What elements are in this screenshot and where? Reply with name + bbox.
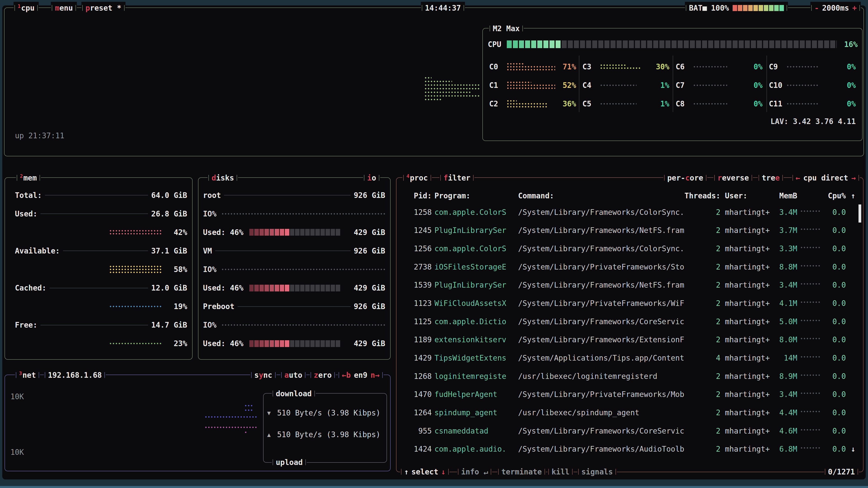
disk-name-row: root 926 GiB: [198, 186, 390, 204]
zero-button[interactable]: zero: [310, 369, 336, 381]
tab-cpu[interactable]: 1cpu: [13, 2, 39, 14]
process-command: /System/Library/Frameworks/AudioToolb: [518, 445, 684, 453]
process-cpu: 0.0: [822, 372, 846, 381]
tab-net[interactable]: 3net: [15, 369, 40, 381]
core-name: C3: [583, 62, 600, 71]
core-row: C7 0%: [673, 76, 766, 94]
filter-button[interactable]: filter: [439, 172, 474, 184]
core-row: C3 30%: [579, 57, 673, 76]
disk-list: root 926 GiB IO% Used: 46% 429 GiB VM: [198, 186, 390, 353]
memory-percent: 42%: [167, 228, 187, 237]
process-row[interactable]: 1424 com.apple.audio. /System/Library/Fr…: [400, 440, 860, 458]
process-threads: 2: [684, 208, 720, 217]
tab-mem[interactable]: 2mem: [16, 172, 41, 184]
process-row[interactable]: 1123 WiFiCloudAssetsX /System/Library/Pr…: [400, 294, 860, 313]
disk-entry: VM 926 GiB IO% Used: 46% 429 GiB: [198, 241, 390, 297]
sort-prev-button[interactable]: ←: [796, 173, 800, 182]
upload-speed: 510 Byte/s (3.98 Kibps): [277, 430, 380, 439]
battery-label: BAT: [689, 4, 703, 12]
process-row[interactable]: 1245 PlugInLibrarySer /System/Library/Fr…: [400, 221, 860, 240]
process-row[interactable]: 1539 PlugInLibrarySer /System/Library/Fr…: [400, 276, 860, 294]
core-percent: 52%: [555, 81, 576, 90]
select-control[interactable]: ↑ select ↓: [400, 466, 450, 478]
core-percent: 1%: [649, 81, 670, 90]
net-graph-dots: [245, 431, 248, 433]
process-row[interactable]: 1189 extensionkitserv /System/Library/Fr…: [400, 330, 860, 349]
process-row[interactable]: 1429 TipsWidgetExtens /System/Applicatio…: [400, 349, 860, 367]
process-counter: 0/1271: [824, 466, 859, 478]
disk-name: Preboot: [203, 302, 235, 311]
core-name: C4: [583, 81, 600, 90]
info-button[interactable]: info ↵: [457, 466, 492, 478]
process-pid: 1125: [400, 317, 432, 326]
net-graph-dots: [245, 410, 253, 411]
scroll-more-icon: ↓: [846, 445, 855, 453]
sync-button[interactable]: sync: [250, 369, 276, 381]
tree-button[interactable]: tree: [758, 172, 784, 184]
process-row[interactable]: 955 csnameddatad /System/Library/Framewo…: [400, 422, 860, 440]
leader-line: [238, 306, 350, 307]
memory-meter: [110, 266, 162, 273]
battery-icon: ■: [703, 4, 707, 12]
core-name: C1: [489, 81, 507, 90]
interval-decrease-button[interactable]: -: [814, 4, 819, 12]
process-mem: 6.8M: [771, 445, 797, 453]
process-cpu: 0.0: [822, 263, 846, 271]
memory-row: 19%: [5, 297, 192, 316]
core-name: C10: [769, 81, 787, 90]
signals-button[interactable]: signals: [577, 466, 617, 478]
process-command: /System/Library/PrivateFrameworks/Mob: [518, 390, 684, 399]
tab-disks[interactable]: disks: [208, 172, 238, 184]
process-row[interactable]: 1256 com.apple.ColorS /System/Library/Fr…: [400, 239, 860, 258]
process-row[interactable]: 1258 com.apple.ColorS /System/Library/Fr…: [400, 203, 860, 221]
prev-interface-button[interactable]: ←b: [342, 371, 351, 380]
kill-button[interactable]: kill: [548, 466, 574, 478]
auto-button[interactable]: auto: [280, 369, 306, 381]
process-cpu-graph: [797, 375, 822, 378]
per-core-button[interactable]: per-core: [663, 172, 707, 184]
process-row[interactable]: 2738 iOSFilesStorageE /System/Library/Pr…: [400, 258, 860, 276]
process-program: csnameddatad: [434, 427, 513, 435]
core-graph: [600, 99, 649, 108]
reverse-button[interactable]: reverse: [713, 172, 753, 184]
memory-meter: [110, 230, 162, 234]
select-up-icon[interactable]: ↑: [404, 467, 409, 476]
disk-io-row: IO%: [198, 260, 390, 279]
process-mem: 3.4M: [771, 281, 797, 289]
disk-size: 926 GiB: [354, 247, 385, 255]
terminate-button[interactable]: terminate: [497, 466, 546, 478]
process-cpu-graph: [797, 392, 822, 396]
clock: 14:44:37: [421, 2, 465, 14]
process-cpu-graph: [797, 247, 822, 251]
interval-increase-button[interactable]: +: [852, 4, 857, 12]
cpu-history-graph: [425, 69, 479, 108]
tab-proc[interactable]: 4proc: [402, 172, 432, 184]
core-percent: 0%: [742, 81, 763, 90]
next-interface-button[interactable]: n→: [370, 371, 379, 380]
core-graph: [787, 80, 835, 90]
core-name: C5: [583, 99, 600, 108]
screen-edge-accent: [0, 486, 868, 488]
select-down-icon[interactable]: ↓: [441, 467, 445, 476]
menu-button[interactable]: menu: [51, 2, 77, 14]
column-program: Program:: [434, 191, 513, 200]
process-pid: 1268: [400, 372, 432, 381]
process-command: /System/Library/PrivateFrameworks/Sto: [518, 263, 684, 271]
process-row[interactable]: 1470 fudHelperAgent /System/Library/Priv…: [400, 385, 860, 403]
process-command: /System/Library/Frameworks/ColorSync.: [518, 208, 684, 217]
sort-next-button[interactable]: →: [851, 173, 856, 182]
preset-button[interactable]: preset *: [81, 2, 125, 14]
process-row[interactable]: 1125 com.apple.Dictio /System/Library/Fr…: [400, 313, 860, 331]
memory-stat-value: 64.0 GiB: [151, 191, 187, 200]
column-cpu[interactable]: Cpu%: [822, 191, 846, 200]
process-row[interactable]: 1264 spindump_agent /usr/libexec/spindum…: [400, 403, 860, 422]
sort-column-name: cpu direct: [803, 173, 848, 182]
process-row[interactable]: 1268 loginitemregiste /usr/libexec/login…: [400, 367, 860, 385]
process-pid: 1245: [400, 226, 432, 235]
io-mode-button[interactable]: io: [363, 172, 380, 184]
process-cpu-graph: [797, 320, 822, 324]
scrollbar-thumb[interactable]: [859, 204, 861, 223]
process-threads: 2: [684, 263, 720, 271]
process-program: com.apple.audio.: [434, 445, 513, 453]
process-program: extensionkitserv: [434, 335, 513, 344]
